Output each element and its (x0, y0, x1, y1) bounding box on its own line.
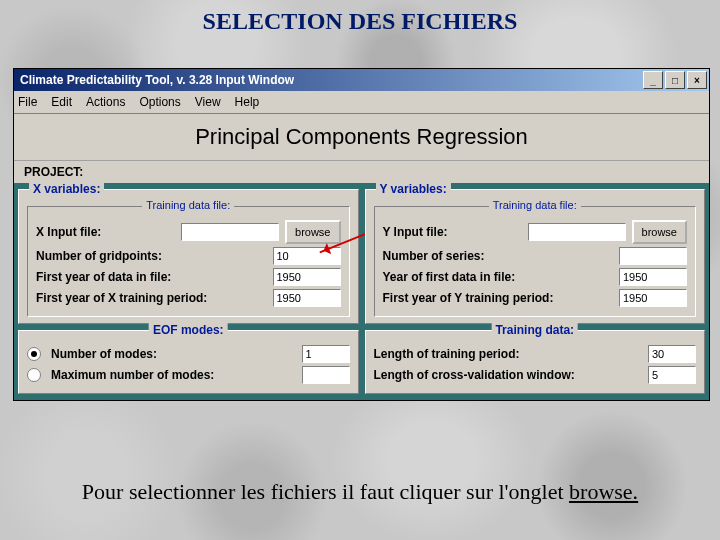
x-browse-button[interactable]: browse (285, 220, 340, 244)
eof-panel: EOF modes: Number of modes: 1 Maximum nu… (18, 330, 359, 394)
caption-text: Pour selectionner les fichiers il faut c… (82, 479, 569, 504)
training-data-panel: Training data: Length of training period… (365, 330, 706, 394)
menu-view[interactable]: View (195, 95, 221, 109)
eof-num-label: Number of modes: (51, 347, 296, 361)
y-series-label: Number of series: (383, 249, 614, 263)
eof-num-field[interactable]: 1 (302, 345, 350, 363)
y-trainyear-field[interactable]: 1950 (619, 289, 687, 307)
x-firstyear-label: First year of data in file: (36, 270, 267, 284)
train-cv-label: Length of cross-validation window: (374, 368, 643, 382)
y-firstyear-field[interactable]: 1950 (619, 268, 687, 286)
window-title: Climate Predictability Tool, v. 3.28 Inp… (20, 73, 294, 87)
x-input-label: X Input file: (36, 225, 175, 239)
menu-actions[interactable]: Actions (86, 95, 125, 109)
x-trainyear-field[interactable]: 1950 (273, 289, 341, 307)
eof-num-radio[interactable] (27, 347, 41, 361)
project-label: PROJECT: (14, 161, 709, 183)
x-firstyear-field[interactable]: 1950 (273, 268, 341, 286)
y-input-label: Y Input file: (383, 225, 522, 239)
x-legend: X variables: (29, 182, 104, 196)
eof-legend: EOF modes: (149, 323, 228, 337)
train-cv-field[interactable]: 5 (648, 366, 696, 384)
menu-bar: File Edit Actions Options View Help (14, 91, 709, 114)
x-gridpoints-label: Number of gridpoints: (36, 249, 267, 263)
menu-options[interactable]: Options (139, 95, 180, 109)
train-legend: Training data: (491, 323, 578, 337)
y-series-field[interactable] (619, 247, 687, 265)
caption-link: browse. (569, 479, 638, 504)
menu-file[interactable]: File (18, 95, 37, 109)
x-gridpoints-field[interactable]: 10 (273, 247, 341, 265)
y-firstyear-label: Year of first data in file: (383, 270, 614, 284)
app-window: Climate Predictability Tool, v. 3.28 Inp… (13, 68, 710, 401)
maximize-icon[interactable]: □ (665, 71, 685, 89)
app-heading: Principal Components Regression (14, 114, 709, 161)
menu-help[interactable]: Help (235, 95, 260, 109)
page-title: SELECTION DES FICHIERS (0, 0, 720, 35)
y-variables-panel: Y variables: Training data file: Y Input… (365, 189, 706, 324)
y-browse-button[interactable]: browse (632, 220, 687, 244)
window-titlebar[interactable]: Climate Predictability Tool, v. 3.28 Inp… (14, 69, 709, 91)
x-trainyear-label: First year of X training period: (36, 291, 267, 305)
minimize-icon[interactable]: _ (643, 71, 663, 89)
slide-caption: Pour selectionner les fichiers il faut c… (0, 479, 720, 505)
y-trainyear-label: First year of Y training period: (383, 291, 614, 305)
y-training-legend: Training data file: (489, 199, 581, 211)
menu-edit[interactable]: Edit (51, 95, 72, 109)
y-input-field[interactable] (528, 223, 626, 241)
close-icon[interactable]: × (687, 71, 707, 89)
x-training-legend: Training data file: (142, 199, 234, 211)
eof-max-field[interactable] (302, 366, 350, 384)
y-legend: Y variables: (376, 182, 451, 196)
x-variables-panel: X variables: Training data file: X Input… (18, 189, 359, 324)
train-len-field[interactable]: 30 (648, 345, 696, 363)
eof-max-label: Maximum number of modes: (51, 368, 296, 382)
eof-max-radio[interactable] (27, 368, 41, 382)
x-input-field[interactable] (181, 223, 279, 241)
train-len-label: Length of training period: (374, 347, 643, 361)
